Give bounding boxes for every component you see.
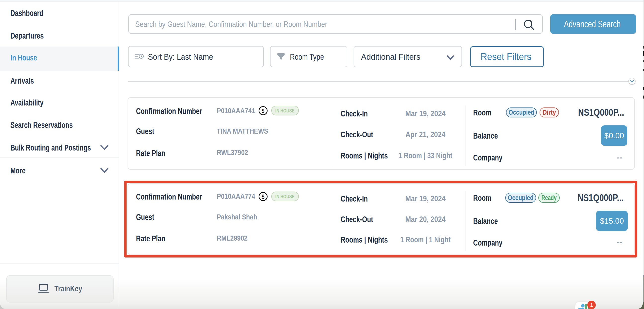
svg-text:$: $ [262,108,264,114]
svg-text:$: $ [262,193,264,200]
